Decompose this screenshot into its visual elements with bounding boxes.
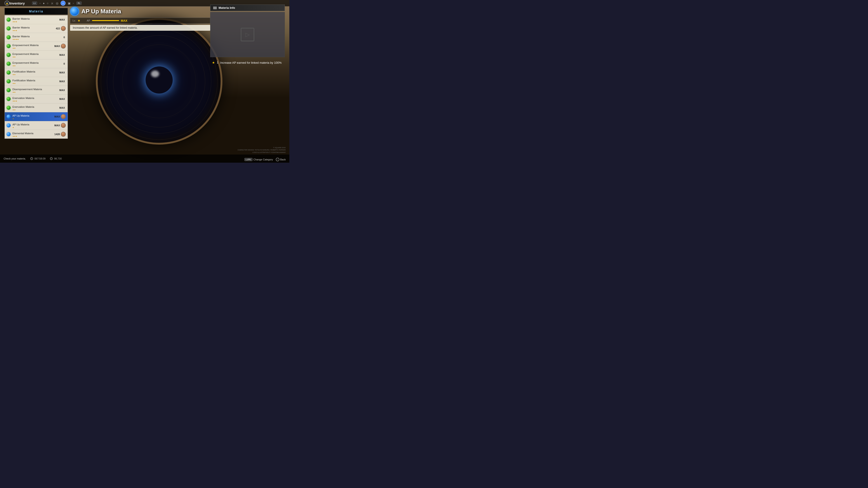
list-item[interactable]: AP Up Materia★MAX	[5, 112, 68, 121]
item-stars: ★	[12, 127, 55, 129]
item-name: Empowerment Materia	[12, 44, 39, 46]
item-icon	[6, 115, 11, 119]
item-value: 1428	[55, 133, 60, 135]
item-icon	[6, 88, 11, 92]
list-item[interactable]: Barrier Materia★★★MAX	[5, 15, 68, 24]
item-value: MAX	[55, 124, 60, 127]
item-icon	[6, 132, 11, 136]
item-name: AP Up Materia	[12, 114, 29, 117]
arena-orb	[96, 18, 222, 144]
materia-info-header: Materia Info	[210, 4, 285, 11]
r1-button[interactable]: R1	[76, 2, 82, 5]
list-item[interactable]: Empowerment Materia★★MAX	[5, 51, 68, 59]
list-item[interactable]: Fortification Materia★★MAX	[5, 77, 68, 86]
sidebar-item-list: Barrier Materia★★★MAXBarrier Materia★★★4…	[4, 15, 68, 139]
item-stars: ★	[12, 118, 55, 120]
item-icon	[6, 70, 11, 74]
lock-icon: 🔒	[6, 2, 8, 4]
item-stars: ★★★	[12, 100, 59, 102]
clock-icon	[30, 157, 33, 160]
nav-icon-sword[interactable]: ⚔	[51, 2, 54, 5]
nav-chevron-right: »	[73, 2, 74, 4]
panel-title-text: Materia Info	[219, 6, 235, 9]
item-avatar	[61, 43, 66, 48]
circle-button[interactable]: ○	[276, 158, 279, 161]
list-item[interactable]: Disempowerment Materia★★MAX	[5, 86, 68, 95]
item-stars: ★★	[12, 109, 59, 111]
item-content: AP Up Materia★	[12, 122, 55, 129]
ap-progress-bar	[92, 20, 119, 21]
item-stars: ★★★	[12, 135, 55, 137]
l1-button[interactable]: L1	[32, 2, 37, 5]
list-item[interactable]: Empowerment Materia★★MAX	[5, 42, 68, 51]
item-title-row: AP Up Materia	[70, 7, 210, 16]
item-stars: ★★	[12, 47, 55, 49]
item-value: MAX	[59, 98, 65, 100]
time-value: 067:58:09	[34, 157, 45, 160]
item-icon	[6, 62, 11, 66]
item-content: Empowerment Materia★★	[12, 52, 59, 58]
nav-icon-ring[interactable]: ◎	[56, 2, 58, 5]
arena-container	[96, 18, 222, 144]
right-info-panel: Materia Info ▷ ★ 1 Increase AP earned fo…	[210, 4, 285, 66]
nav-icons-row: L1 « ♦ ○ ⚔ ◎ ⊙ ▣ » R1	[32, 1, 82, 6]
list-item[interactable]: Barrier Materia★★★422	[5, 24, 68, 33]
item-stars: ★★	[12, 74, 59, 76]
item-name: Fortification Materia	[12, 70, 35, 73]
item-stars: ★★	[12, 83, 59, 85]
materia-effect-row: ★ 1 Increase AP earned for linked materi…	[210, 60, 285, 66]
item-value: 0	[64, 36, 65, 39]
lv-label: Lv.	[72, 19, 76, 22]
item-value: MAX	[59, 18, 65, 21]
sidebar: Materia Barrier Materia★★★MAXBarrier Mat…	[4, 8, 68, 139]
item-name: Empowerment Materia	[12, 53, 39, 55]
item-stars: ★★	[12, 56, 59, 58]
list-item[interactable]: Elemental Materia★★★1428	[5, 130, 68, 138]
item-icon	[6, 97, 11, 101]
item-content: Barrier Materia★★★	[12, 17, 59, 23]
change-category-control[interactable]: L1/R1 Change Category	[244, 158, 273, 161]
back-control[interactable]: ○ Back	[276, 158, 286, 161]
item-icon	[6, 53, 11, 57]
item-value: MAX	[55, 115, 60, 118]
item-icon	[6, 44, 11, 48]
item-name: Barrier Materia	[12, 18, 30, 20]
item-stars: ★★★	[12, 21, 59, 23]
list-item[interactable]: Empowerment Materia★★0	[5, 59, 68, 68]
item-content: Elemental Materia★★★	[12, 131, 55, 137]
item-level-star: ★	[78, 19, 81, 22]
nav-icon-circle[interactable]: ○	[47, 2, 49, 5]
item-level-bar: Lv. ★ AP MAX	[70, 18, 210, 24]
item-name: Enervation Materia	[12, 97, 34, 99]
panel-header-icon	[213, 6, 217, 9]
item-content: Enervation Materia★★	[12, 105, 59, 111]
nav-icon-active[interactable]: ⊙	[61, 1, 66, 6]
item-content: Fortification Materia★★	[12, 78, 59, 85]
nav-icon-shirt[interactable]: ▣	[68, 2, 70, 5]
item-name: Disempowerment Materia	[12, 88, 42, 91]
list-item[interactable]: Enervation Materia★★★MAX	[5, 95, 68, 103]
list-item[interactable]: Enervation Materia★★MAX	[5, 103, 68, 112]
center-materia-orb	[146, 66, 173, 94]
item-value: MAX	[59, 89, 65, 92]
item-title-text: AP Up Materia	[81, 8, 121, 15]
timer-display: 067:58:09	[30, 157, 45, 160]
item-content: Barrier Materia★★★	[12, 25, 56, 32]
item-icon	[6, 35, 11, 39]
item-avatar	[61, 132, 66, 137]
ap-max-value: MAX	[121, 19, 127, 22]
effect-description: Increase AP earned for linked materia by…	[220, 61, 281, 65]
ap-label: AP	[87, 19, 90, 22]
nav-icon-key[interactable]: ♦	[43, 2, 44, 5]
currency-display: 98,730	[50, 157, 62, 160]
l1r1-button-label[interactable]: L1/R1	[244, 158, 253, 161]
list-item[interactable]: Fortification Materia★★MAX	[5, 68, 68, 77]
item-stars: ★★★★	[12, 38, 64, 40]
item-content: Fortification Materia★★	[12, 69, 59, 76]
item-content: Disempowerment Materia★★	[12, 87, 59, 93]
item-name: Barrier Materia	[12, 35, 30, 38]
list-item[interactable]: AP Up Materia★MAX	[5, 121, 68, 130]
list-item[interactable]: Barrier Materia★★★★0	[5, 33, 68, 42]
circle-icon: ○	[277, 159, 278, 161]
materia-preview-area: ▷	[210, 12, 285, 57]
